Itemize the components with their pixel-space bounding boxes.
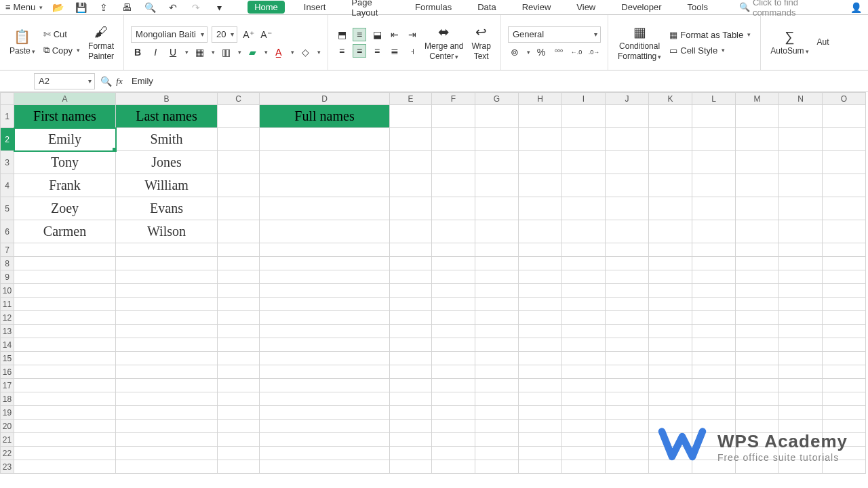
row-header-7[interactable]: 7	[1, 243, 14, 257]
cell-J5[interactable]	[606, 197, 649, 220]
cell-B22[interactable]	[116, 447, 218, 460]
cell-E10[interactable]	[390, 284, 432, 298]
cell-E16[interactable]	[390, 365, 432, 379]
cell-I9[interactable]	[562, 270, 606, 284]
cell-K4[interactable]	[649, 174, 692, 197]
cell-O12[interactable]	[823, 311, 866, 325]
cell-J10[interactable]	[606, 284, 649, 298]
highlight-button[interactable]: ◇	[298, 45, 312, 59]
merge-center-button[interactable]: ⬌ Merge and Center▾	[422, 22, 466, 62]
col-header-E[interactable]: E	[390, 93, 432, 105]
cell-O7[interactable]	[823, 243, 866, 257]
row-header-21[interactable]: 21	[1, 433, 14, 447]
cell-M12[interactable]	[736, 311, 779, 325]
account-icon[interactable]: 👤	[850, 1, 863, 14]
currency-icon[interactable]: ⊚	[508, 45, 521, 59]
cell-F7[interactable]	[432, 243, 475, 257]
percent-icon[interactable]: %	[534, 45, 548, 59]
cell-H14[interactable]	[519, 338, 562, 352]
cell-H18[interactable]	[519, 392, 562, 406]
cell-H21[interactable]	[519, 433, 562, 447]
cell-G10[interactable]	[475, 284, 519, 298]
preview-icon[interactable]: 🔍	[143, 1, 157, 14]
cell-J17[interactable]	[606, 379, 649, 392]
cell-C13[interactable]	[218, 325, 260, 338]
cell-E18[interactable]	[390, 392, 432, 406]
cell-L3[interactable]	[692, 151, 736, 174]
cell-C9[interactable]	[218, 270, 260, 284]
cell-G16[interactable]	[475, 365, 519, 379]
cell-C17[interactable]	[218, 379, 260, 392]
cell-C7[interactable]	[218, 243, 260, 257]
cell-E6[interactable]	[390, 220, 432, 243]
cell-I21[interactable]	[562, 433, 606, 447]
cell-L2[interactable]	[692, 128, 736, 151]
cell-K18[interactable]	[649, 392, 692, 406]
cell-D11[interactable]	[260, 298, 390, 311]
cell-L19[interactable]	[692, 406, 736, 420]
tab-formulas[interactable]: Formulas	[408, 1, 458, 14]
cell-K2[interactable]	[649, 128, 692, 151]
cell-N10[interactable]	[779, 284, 823, 298]
cell-H1[interactable]	[519, 105, 562, 128]
row-header-14[interactable]: 14	[1, 338, 14, 352]
borders-button[interactable]: ▦	[193, 45, 206, 59]
formula-input[interactable]: Emily	[126, 76, 868, 86]
cell-F14[interactable]	[432, 338, 475, 352]
cell-D4[interactable]	[260, 174, 390, 197]
cell-C16[interactable]	[218, 365, 260, 379]
cell-J7[interactable]	[606, 243, 649, 257]
increase-decimal-icon[interactable]: ←.0	[570, 45, 583, 59]
italic-button[interactable]: I	[149, 45, 162, 59]
cell-A21[interactable]	[14, 433, 116, 447]
cell-C5[interactable]	[218, 197, 260, 220]
cell-D12[interactable]	[260, 311, 390, 325]
cell-E3[interactable]	[390, 151, 432, 174]
cell-style-button[interactable]: ▭ Cell Style▾	[667, 44, 753, 57]
cell-J18[interactable]	[606, 392, 649, 406]
cell-M2[interactable]	[736, 128, 779, 151]
cell-C21[interactable]	[218, 433, 260, 447]
cell-A12[interactable]	[14, 311, 116, 325]
cell-L1[interactable]	[692, 105, 736, 128]
save-icon[interactable]: 💾	[74, 1, 87, 14]
cell-B12[interactable]	[116, 311, 218, 325]
cell-A4[interactable]: Frank	[14, 174, 116, 197]
row-header-19[interactable]: 19	[1, 406, 14, 420]
cell-H6[interactable]	[519, 220, 562, 243]
cell-J22[interactable]	[606, 447, 649, 460]
cell-H2[interactable]	[519, 128, 562, 151]
row-header-15[interactable]: 15	[1, 352, 14, 365]
cell-I12[interactable]	[562, 311, 606, 325]
cell-J20[interactable]	[606, 420, 649, 433]
cell-E1[interactable]	[390, 105, 432, 128]
cell-M5[interactable]	[736, 197, 779, 220]
cell-C11[interactable]	[218, 298, 260, 311]
cell-I6[interactable]	[562, 220, 606, 243]
cell-B4[interactable]: William	[116, 174, 218, 197]
cell-J9[interactable]	[606, 270, 649, 284]
cell-I10[interactable]	[562, 284, 606, 298]
cell-K6[interactable]	[649, 220, 692, 243]
cell-G1[interactable]	[475, 105, 519, 128]
cell-L14[interactable]	[692, 338, 736, 352]
cell-A11[interactable]	[14, 298, 116, 311]
cell-F8[interactable]	[432, 257, 475, 270]
cell-E20[interactable]	[390, 420, 432, 433]
cell-K11[interactable]	[649, 298, 692, 311]
cell-H7[interactable]	[519, 243, 562, 257]
cell-G9[interactable]	[475, 270, 519, 284]
cell-I2[interactable]	[562, 128, 606, 151]
cell-F4[interactable]	[432, 174, 475, 197]
tab-insert[interactable]: Insert	[297, 1, 333, 14]
cell-L8[interactable]	[692, 257, 736, 270]
cell-A3[interactable]: Tony	[14, 151, 116, 174]
conditional-formatting-button[interactable]: ▦ Conditional Formatting▾	[615, 22, 664, 62]
col-header-H[interactable]: H	[519, 93, 562, 105]
cell-F19[interactable]	[432, 406, 475, 420]
cell-K7[interactable]	[649, 243, 692, 257]
cell-I18[interactable]	[562, 392, 606, 406]
cell-C22[interactable]	[218, 447, 260, 460]
row-header-23[interactable]: 23	[1, 460, 14, 474]
row-header-2[interactable]: 2	[1, 128, 14, 151]
